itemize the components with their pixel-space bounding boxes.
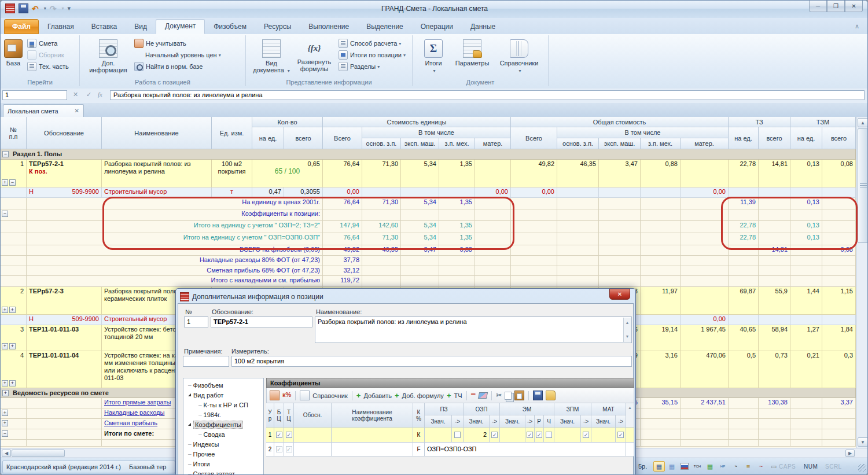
grid-cell[interactable]: 11,97 xyxy=(641,287,681,315)
grid-cell[interactable]: 22,78 xyxy=(729,221,759,233)
grid-cell[interactable] xyxy=(759,429,790,440)
grid-cell[interactable] xyxy=(1,233,27,245)
grid-cell[interactable] xyxy=(557,276,599,287)
grid-cell[interactable] xyxy=(475,256,511,266)
grid-cell[interactable] xyxy=(557,187,599,198)
table-row[interactable]: Итого с накладными и см. прибылью119,72 xyxy=(1,276,856,287)
checkbox-checked[interactable] xyxy=(527,432,533,438)
add-button[interactable]: Добавить xyxy=(363,392,392,399)
grid-cell[interactable] xyxy=(1,245,27,256)
grid-cell[interactable] xyxy=(729,209,759,221)
grid-cell[interactable] xyxy=(822,315,856,325)
grid-cell[interactable]: 0,73 xyxy=(759,351,790,388)
coef-justification-cell[interactable] xyxy=(294,443,332,456)
grid-cell[interactable] xyxy=(1,440,27,447)
table-row[interactable]: 1+−ТЕРр57-2-1К поз.Разборка покрытий пол… xyxy=(1,160,856,187)
cell-reference-box[interactable]: 1 xyxy=(2,90,67,100)
grid-cell[interactable] xyxy=(511,209,557,221)
copy-icon[interactable] xyxy=(505,392,512,400)
coef-name-cell[interactable] xyxy=(332,443,413,456)
grid-cell[interactable] xyxy=(641,315,681,325)
collapse-icon[interactable]: − xyxy=(2,430,8,437)
grid-cell[interactable] xyxy=(27,398,102,408)
grid-cell[interactable] xyxy=(641,256,681,266)
grid-cell[interactable]: 1,35 xyxy=(439,160,475,187)
grid-cell[interactable] xyxy=(822,209,856,221)
table-row[interactable]: −Коэффициенты к позиции: xyxy=(1,209,856,221)
view-estimate-icon[interactable]: ▦ xyxy=(653,461,665,472)
grid-cell[interactable] xyxy=(822,419,856,429)
coef-row[interactable]: 2FОЗП=ОЗП0-ОЗП xyxy=(266,443,634,456)
grid-cell[interactable]: 0,13 xyxy=(790,233,822,245)
grid-cell[interactable] xyxy=(822,408,856,419)
grid-cell[interactable]: 14,81 xyxy=(759,245,790,256)
grid-cell[interactable]: 1,35 xyxy=(439,233,475,245)
grid-cell[interactable]: 1,44 xyxy=(790,287,822,315)
grid-cell[interactable]: 46,35 xyxy=(362,245,401,256)
vertical-scroll-thumb[interactable] xyxy=(858,128,868,243)
grid-cell[interactable] xyxy=(822,198,856,209)
grid-cell[interactable] xyxy=(790,398,822,408)
grid-cell[interactable] xyxy=(511,276,557,287)
grid-cell[interactable] xyxy=(759,315,790,325)
grid-cell[interactable] xyxy=(790,440,822,447)
tech-part-button[interactable]: Тех. часть xyxy=(27,61,69,72)
grid-cell[interactable] xyxy=(557,198,599,209)
grid-cell[interactable] xyxy=(1,315,27,325)
grid-cell[interactable] xyxy=(401,187,439,198)
grid-cell[interactable]: Н509-9900 xyxy=(27,315,102,325)
grid-cell[interactable] xyxy=(557,221,599,233)
grid-cell[interactable]: 76,64 xyxy=(323,198,362,209)
position-icon[interactable] xyxy=(270,391,279,400)
pz-value-cell[interactable] xyxy=(425,428,452,443)
grid-cell[interactable]: 3,47 xyxy=(599,160,641,187)
ribbon-tab-Вид[interactable]: Вид xyxy=(126,20,156,34)
scroll-left-icon[interactable]: ◀ xyxy=(2,450,11,457)
grid-cell[interactable]: 3,47 xyxy=(401,245,439,256)
fx-icon[interactable]: fx xyxy=(98,91,102,98)
grid-cell[interactable]: 0,08 xyxy=(822,160,856,187)
coef-type-cell[interactable]: F xyxy=(413,443,425,456)
coef-cell[interactable] xyxy=(274,443,284,456)
grid-cell[interactable] xyxy=(557,209,599,221)
smeta-button[interactable]: Смета xyxy=(27,38,69,49)
expander[interactable]: − xyxy=(2,211,9,217)
grid-cell[interactable] xyxy=(729,429,759,440)
grid-cell[interactable] xyxy=(681,408,729,419)
grid-cell[interactable]: 71,30 xyxy=(362,160,401,187)
checkbox-checked[interactable] xyxy=(536,432,542,438)
grid-cell[interactable] xyxy=(557,256,599,266)
grid-cell[interactable] xyxy=(759,233,790,245)
grid-cell[interactable] xyxy=(729,276,759,287)
view-resources-icon[interactable]: ▦ xyxy=(704,461,716,472)
grid-cell[interactable]: 0,88 xyxy=(641,160,681,187)
grid-cell[interactable] xyxy=(759,187,790,198)
justification-field[interactable]: ТЕРр57-2-1 xyxy=(211,316,312,327)
table-row[interactable]: ВСЕГО на физобъем (0,65)49,8246,353,470,… xyxy=(1,245,856,256)
grid-cell[interactable] xyxy=(362,209,401,221)
view-chart-icon[interactable]: ~ xyxy=(755,461,767,472)
grid-cell[interactable] xyxy=(1,398,27,408)
grid-cell[interactable]: 142,60 xyxy=(362,221,401,233)
find-in-base-button[interactable]: Найти в норм. базе xyxy=(134,61,221,72)
grid-cell[interactable] xyxy=(790,187,822,198)
grid-cell[interactable]: 1,84 xyxy=(822,325,856,351)
checkbox-checked[interactable] xyxy=(617,432,624,438)
coef-type-cell[interactable]: К xyxy=(413,428,425,443)
additional-info-button[interactable]: Доп. информация xyxy=(86,36,131,79)
grid-cell[interactable] xyxy=(362,276,401,287)
grid-cell[interactable] xyxy=(759,221,790,233)
grid-cell[interactable] xyxy=(641,209,681,221)
em-r-cell[interactable] xyxy=(535,428,544,443)
grid-cell[interactable] xyxy=(790,408,822,419)
grid-cell[interactable]: 1,35 xyxy=(439,198,475,209)
tree-item-Итоги[interactable]: –Итоги xyxy=(183,459,263,469)
expanded-node-icon[interactable] xyxy=(188,423,191,426)
grid-cell[interactable] xyxy=(729,245,759,256)
grid-cell[interactable]: 0,00 xyxy=(475,187,511,198)
grid-cell[interactable]: 3,37 xyxy=(822,398,856,408)
calc-method-button[interactable]: Способ расчета▾ xyxy=(339,38,406,49)
num-field[interactable]: 1 xyxy=(184,316,208,327)
grid-cell[interactable] xyxy=(641,440,681,447)
coef-scroll-track[interactable] xyxy=(626,443,634,456)
